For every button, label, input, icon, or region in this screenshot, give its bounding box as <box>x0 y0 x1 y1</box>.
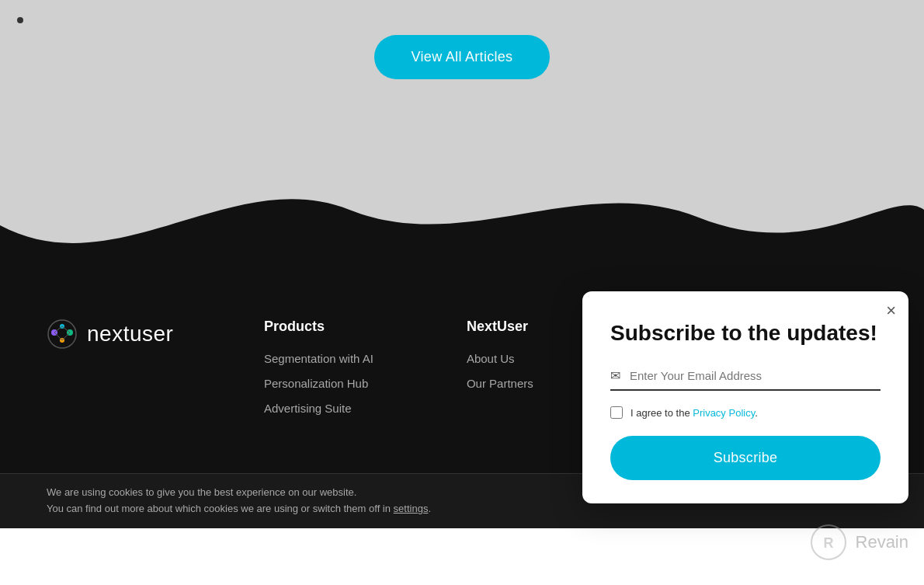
list-item: Advertising Suite <box>264 402 373 416</box>
list-item: About Us <box>467 352 533 366</box>
modal-title: Subscribe to the updates! <box>610 319 881 346</box>
segmentation-link[interactable]: Segmentation with AI <box>264 352 373 365</box>
email-icon: ✉ <box>610 368 620 383</box>
modal-close-button[interactable]: × <box>886 302 896 319</box>
personalization-link[interactable]: Personalization Hub <box>264 377 368 390</box>
svg-line-9 <box>54 333 62 340</box>
privacy-row: I agree to the Privacy Policy. <box>610 406 881 419</box>
nextuser-list: About Us Our Partners <box>467 352 533 391</box>
subscribe-button[interactable]: Subscribe <box>610 436 881 480</box>
about-us-link[interactable]: About Us <box>467 352 515 365</box>
svg-line-6 <box>54 326 62 333</box>
email-input[interactable] <box>630 369 881 382</box>
nextuser-heading: NextUser <box>467 319 533 335</box>
privacy-policy-link[interactable]: Privacy Policy <box>693 407 755 419</box>
privacy-label: I agree to the Privacy Policy. <box>630 407 758 419</box>
list-item: Segmentation with AI <box>264 352 373 366</box>
wave-container <box>0 163 924 287</box>
nextuser-logo-icon <box>47 319 78 350</box>
footer-col-nextuser: NextUser About Us Our Partners <box>467 319 533 427</box>
advertising-link[interactable]: Advertising Suite <box>264 402 352 415</box>
products-heading: Products <box>264 319 373 335</box>
view-all-articles-button[interactable]: View All Articles <box>374 35 551 79</box>
our-partners-link[interactable]: Our Partners <box>467 377 533 390</box>
svg-text:R: R <box>823 535 833 551</box>
list-item: Our Partners <box>467 377 533 391</box>
subscribe-modal: × Subscribe to the updates! ✉ I agree to… <box>582 291 908 503</box>
revain-logo-icon: R <box>809 523 848 562</box>
privacy-checkbox[interactable] <box>610 406 623 419</box>
dot-indicator <box>17 17 23 23</box>
logo-text: nextuser <box>87 322 173 346</box>
revain-watermark: R Revain <box>809 523 908 562</box>
svg-point-10 <box>811 525 846 559</box>
footer-columns: Products Segmentation with AI Personaliz… <box>264 319 533 427</box>
email-input-wrapper: ✉ <box>610 368 881 391</box>
list-item: Personalization Hub <box>264 377 373 391</box>
svg-line-7 <box>62 326 70 333</box>
cookie-settings-link[interactable]: settings <box>394 503 429 514</box>
top-section: View All Articles <box>0 0 924 163</box>
footer-col-products: Products Segmentation with AI Personaliz… <box>264 319 373 427</box>
products-list: Segmentation with AI Personalization Hub… <box>264 352 373 416</box>
revain-text: Revain <box>856 532 908 552</box>
svg-line-8 <box>62 333 70 340</box>
logo-container: nextuser <box>47 319 186 350</box>
